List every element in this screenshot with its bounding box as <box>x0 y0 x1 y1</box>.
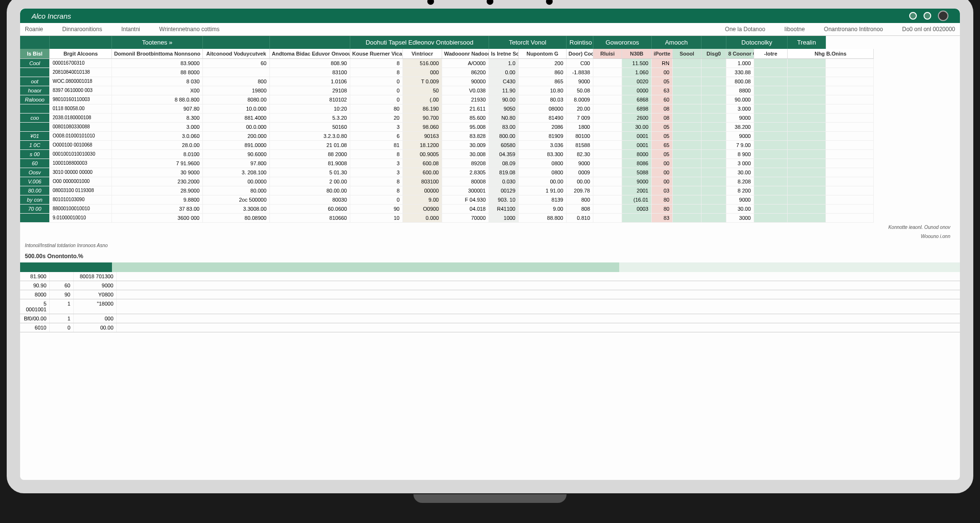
cell[interactable]: 88 2000 <box>270 150 350 159</box>
col-andtoma[interactable]: Andtoma Bidac Eduvor Onvooult <box>270 49 350 59</box>
cell[interactable] <box>593 159 622 168</box>
cell[interactable] <box>593 195 622 205</box>
cell[interactable]: 10:20 <box>270 104 350 114</box>
cell[interactable]: 200.000 <box>203 132 270 141</box>
cell[interactable]: (16.01 <box>622 195 652 205</box>
cell[interactable]: 0.000 <box>403 214 442 223</box>
cell[interactable] <box>702 86 726 95</box>
cell[interactable]: 907.80 <box>112 104 203 114</box>
cell[interactable] <box>826 59 874 68</box>
cell[interactable]: 8 <box>350 59 403 68</box>
cell[interactable] <box>702 123 726 132</box>
cell[interactable] <box>754 86 788 95</box>
cell[interactable] <box>702 141 726 150</box>
cell[interactable]: 83.9000 <box>112 59 203 68</box>
cell[interactable] <box>788 214 826 223</box>
cell[interactable]: 38.200 <box>726 123 754 132</box>
col-iportte[interactable]: iPortte <box>652 49 673 59</box>
cell[interactable]: O0900 <box>403 205 442 214</box>
cell[interactable]: 0009 <box>567 168 593 177</box>
cell[interactable]: 0.00 <box>489 68 519 77</box>
cell[interactable]: 1 91.00 <box>519 186 567 195</box>
table-row[interactable]: Oosv3010 00000 0000030 90003. 208.1005 0… <box>20 168 960 177</box>
window-control-min[interactable] <box>909 12 917 20</box>
cell[interactable]: 00.00 <box>74 323 117 332</box>
cell[interactable]: 80 <box>350 104 403 114</box>
cell[interactable] <box>203 68 270 77</box>
col-n30b[interactable]: N30B <box>622 49 652 59</box>
data-grid[interactable]: Cool00001670031083.900060808.908516.000A… <box>20 59 960 223</box>
cell[interactable]: 9000 <box>726 114 754 123</box>
col-accounts[interactable]: Brgit Alcoons <box>50 49 112 59</box>
cell[interactable]: 80.000 <box>203 186 270 195</box>
col-vintriocr[interactable]: Vintriocr <box>403 49 442 59</box>
cell[interactable]: 90.90 <box>20 281 50 290</box>
cell[interactable] <box>788 150 826 159</box>
cell[interactable]: 1800 <box>567 123 593 132</box>
cell[interactable]: 05 <box>652 150 673 159</box>
cell[interactable]: 90000 <box>442 77 489 86</box>
cell[interactable] <box>673 123 702 132</box>
cell[interactable]: 8139 <box>519 195 567 205</box>
window-control-max[interactable] <box>924 12 931 20</box>
col-door[interactable]: Door) Coo <box>567 49 593 59</box>
col-soool[interactable]: Soool <box>673 49 702 59</box>
cell[interactable]: 90.000 <box>726 95 754 104</box>
cell[interactable]: 21.611 <box>442 104 489 114</box>
cell[interactable]: 05 <box>652 77 673 86</box>
cell[interactable]: 9000 <box>567 159 593 168</box>
cell[interactable]: 330.88 <box>726 68 754 77</box>
cell[interactable]: 80 <box>652 205 673 214</box>
table-row[interactable]: 0118 80058.00907.8010.0.00010:208086.190… <box>20 104 960 114</box>
table-row[interactable]: 008010803300883.00000.0.00050160398.0609… <box>20 123 960 132</box>
cell[interactable] <box>593 59 622 68</box>
cell[interactable]: 80008 <box>442 177 489 186</box>
cell[interactable]: 90.00 <box>489 95 519 104</box>
cell[interactable]: 00 <box>652 159 673 168</box>
cell[interactable]: 800 <box>203 77 270 86</box>
cell[interactable]: 0 <box>350 95 403 104</box>
cell[interactable]: 5 0001001 <box>20 299 50 314</box>
cell[interactable] <box>788 159 826 168</box>
cell[interactable] <box>673 159 702 168</box>
cell[interactable] <box>593 141 622 150</box>
cell[interactable] <box>788 123 826 132</box>
cell[interactable]: 63 <box>652 86 673 95</box>
cell[interactable] <box>788 195 826 205</box>
cell[interactable] <box>788 205 826 214</box>
cell[interactable]: 11.500 <box>622 59 652 68</box>
cell[interactable] <box>673 186 702 195</box>
cell[interactable] <box>826 104 874 114</box>
cell[interactable]: 800 <box>567 195 593 205</box>
cell[interactable]: 28.0.00 <box>112 141 203 150</box>
cell[interactable]: 83.300 <box>519 150 567 159</box>
cell[interactable] <box>702 114 726 123</box>
col-aitconood[interactable]: Aitconood Voduycutvek <box>203 49 270 59</box>
col-rluisi[interactable]: Rluisi <box>593 49 622 59</box>
cell[interactable] <box>702 59 726 68</box>
cell[interactable] <box>593 214 622 223</box>
cell[interactable] <box>673 104 702 114</box>
cell[interactable]: 83100 <box>270 68 350 77</box>
header-footnes[interactable]: Tootenes » <box>112 36 203 49</box>
cell[interactable]: 819.08 <box>489 168 519 177</box>
window-control-close[interactable] <box>938 11 948 21</box>
cell[interactable]: 1.0 <box>489 59 519 68</box>
cell[interactable]: 803100 <box>403 177 442 186</box>
cell[interactable]: 00 <box>652 168 673 177</box>
cell[interactable]: R41100 <box>489 205 519 214</box>
cell[interactable]: 0000 <box>622 86 652 95</box>
col-isiretne[interactable]: Is Iretne Soom <box>489 49 519 59</box>
tab-onantro[interactable]: Onantronano Intitronoo <box>824 26 883 33</box>
cell[interactable]: 516.000 <box>403 59 442 68</box>
cell[interactable]: 19800 <box>203 86 270 95</box>
cell[interactable] <box>702 159 726 168</box>
cell[interactable] <box>788 77 826 86</box>
table-row[interactable]: 1 0CO000100 001006828.0.00891.000021 01.… <box>20 141 960 150</box>
cell[interactable]: 3.0.060 <box>112 132 203 141</box>
cell[interactable] <box>702 150 726 159</box>
cell[interactable]: 2086 <box>519 123 567 132</box>
cell[interactable]: 0001 <box>622 141 652 150</box>
cell[interactable] <box>673 68 702 77</box>
tab-ibootne[interactable]: Iibootne <box>784 26 805 33</box>
